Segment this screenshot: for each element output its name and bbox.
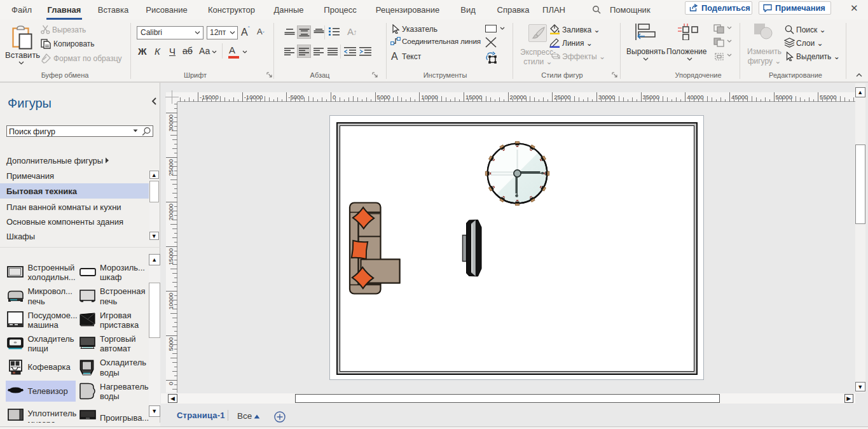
- svg-text:25000: 25000: [167, 159, 174, 176]
- svg-text:0: 0: [167, 382, 174, 385]
- svg-text:15000: 15000: [167, 248, 174, 265]
- svg-text:10000: 10000: [421, 94, 437, 101]
- svg-text:25000: 25000: [554, 94, 570, 101]
- svg-text:20000: 20000: [167, 204, 174, 220]
- svg-text:15000: 15000: [465, 94, 481, 101]
- svg-text:20000: 20000: [509, 94, 526, 101]
- svg-text:30000: 30000: [598, 94, 614, 101]
- svg-text:35000: 35000: [642, 94, 659, 101]
- svg-text:55000: 55000: [820, 94, 836, 101]
- svg-text:40000: 40000: [687, 94, 703, 101]
- svg-text:50000: 50000: [775, 94, 792, 101]
- svg-text:10000: 10000: [167, 293, 174, 309]
- svg-text:30000: 30000: [167, 115, 174, 131]
- svg-text:-5000: -5000: [288, 94, 303, 101]
